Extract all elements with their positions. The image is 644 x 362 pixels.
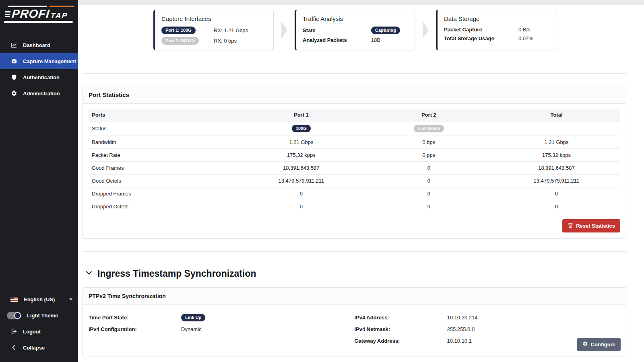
table-row-good-octets: Good Octets 13,479,579,911,211 0 13,479,… bbox=[89, 175, 620, 187]
col-port2: Port 2 bbox=[365, 109, 493, 121]
sidebar-item-label: Administration bbox=[23, 90, 60, 97]
storage-usage-value: 0.07% bbox=[518, 35, 533, 41]
main-content: Capture Interfaces Port 1: 100G RX: 1.21… bbox=[78, 0, 644, 362]
top-strip bbox=[78, 0, 644, 5]
ipv4-address-label: IPv4 Address: bbox=[355, 315, 447, 321]
trash-icon bbox=[568, 222, 573, 229]
card-title: Data Storage bbox=[444, 15, 549, 22]
reset-statistics-label: Reset Statistics bbox=[576, 223, 615, 229]
collapse-button[interactable]: Collapse bbox=[0, 339, 78, 356]
ptpv2-panel: PTPv2 Time Synchronization Time Port Sta… bbox=[83, 287, 626, 356]
ingress-section-header[interactable]: Ingress Timestamp Synchronization bbox=[85, 268, 644, 279]
gear-icon bbox=[582, 341, 588, 348]
table-header-row: Ports Port 1 Port 2 Total bbox=[89, 109, 620, 121]
data-storage-card: Data Storage Packet Capture 0 B/s Total … bbox=[436, 10, 556, 50]
profitap-logo: PROFI TAP bbox=[4, 6, 74, 27]
capture-interfaces-card: Capture Interfaces Port 1: 100G RX: 1.21… bbox=[153, 10, 274, 50]
link-up-badge: Link Up bbox=[181, 314, 205, 321]
ingress-section-title: Ingress Timestamp Synchronization bbox=[97, 268, 256, 279]
gateway-address-label: Gateway Address: bbox=[355, 338, 447, 344]
gear-icon bbox=[10, 90, 17, 97]
summary-cards-row: Capture Interfaces Port 1: 100G RX: 1.21… bbox=[153, 10, 644, 50]
sidebar-item-capture-management[interactable]: Capture Management bbox=[0, 53, 78, 69]
ipv4-netmask-label: IPv4 Netmask: bbox=[355, 326, 447, 332]
port2-rx-value: RX: 0 bps bbox=[214, 38, 237, 44]
port1-status-badge: Port 1: 100G bbox=[161, 27, 196, 34]
ipv4-config-value: Dynamic bbox=[181, 326, 202, 332]
section-divider bbox=[83, 73, 626, 74]
table-row-packet-rate: Packet Rate 175.32 kpps 0 pps 175.32 kpp… bbox=[89, 149, 620, 162]
port1-link-badge: 100G bbox=[292, 125, 311, 132]
theme-toggle[interactable] bbox=[7, 312, 21, 319]
card-title: Traffic Analysis bbox=[303, 15, 408, 22]
logo-text-profi: PROFI bbox=[11, 8, 50, 20]
language-selector[interactable]: English (US) bbox=[0, 291, 78, 307]
sidebar-item-dashboard[interactable]: Dashboard bbox=[0, 37, 78, 53]
arrow-right-icon bbox=[415, 21, 436, 39]
port2-status-badge: Port 2: DOWN bbox=[161, 37, 199, 45]
port-statistics-panel: Port Statistics Ports Port 1 Port 2 Tota… bbox=[83, 86, 626, 239]
col-total: Total bbox=[493, 109, 620, 121]
configure-button[interactable]: Configure bbox=[577, 338, 621, 351]
ipv4-netmask-value: 255.255.0.0 bbox=[447, 326, 475, 332]
storage-usage-label: Total Storage Usage bbox=[444, 35, 518, 41]
collapse-label: Collapse bbox=[23, 345, 45, 351]
capturing-badge: Capturing bbox=[371, 27, 400, 34]
caret-down-icon bbox=[69, 298, 72, 300]
col-port1: Port 1 bbox=[237, 109, 365, 121]
chevron-down-icon bbox=[85, 268, 93, 279]
sidebar-nav: Dashboard Capture Management Authenticat… bbox=[0, 37, 78, 101]
port1-rx-value: RX: 1.21 Gbps bbox=[214, 27, 248, 33]
table-row-status: Status 100G Link Down - bbox=[89, 121, 620, 136]
sidebar-item-label: Capture Management bbox=[23, 58, 76, 64]
sidebar-item-label: Authentication bbox=[23, 74, 60, 80]
analyzed-packets-value: 18B bbox=[371, 37, 380, 43]
col-ports: Ports bbox=[89, 109, 237, 121]
packet-capture-value: 0 B/s bbox=[518, 27, 530, 33]
theme-toggle-row[interactable]: Light Theme bbox=[0, 307, 78, 323]
language-label: English (US) bbox=[24, 296, 55, 302]
sidebar: PROFI TAP Dashboard Capture Management A… bbox=[0, 0, 78, 362]
panel-title: Port Statistics bbox=[83, 86, 626, 104]
table-row-bandwidth: Bandwidth 1.21 Gbps 0 bps 1.21 Gbps bbox=[89, 136, 620, 149]
sidebar-item-label: Dashboard bbox=[23, 42, 50, 48]
port2-link-badge: Link Down bbox=[414, 125, 444, 132]
us-flag-icon bbox=[10, 297, 18, 302]
configure-label: Configure bbox=[591, 341, 615, 348]
table-row-dropped-frames: Dropped Frames 0 0 0 bbox=[89, 187, 620, 200]
gateway-address-value: 10.10.10.1 bbox=[447, 338, 472, 344]
ipv4-config-label: IPv4 Configuration: bbox=[89, 326, 181, 332]
section-divider bbox=[83, 251, 626, 252]
reset-statistics-button[interactable]: Reset Statistics bbox=[562, 219, 620, 232]
card-title: Capture Interfaces bbox=[161, 15, 267, 22]
shield-icon bbox=[10, 74, 17, 81]
chart-line-icon bbox=[10, 42, 17, 49]
table-row-good-frames: Good Frames 18,391,643,587 0 18,391,643,… bbox=[89, 162, 620, 175]
camera-icon bbox=[10, 58, 17, 65]
logout-button[interactable]: Logout bbox=[0, 323, 78, 339]
logout-icon bbox=[10, 328, 17, 335]
traffic-analysis-card: Traffic Analysis State Capturing Analyze… bbox=[295, 10, 415, 50]
sidebar-bottom: English (US) Light Theme Logout Collapse bbox=[0, 291, 78, 356]
logo-bars-icon bbox=[5, 11, 11, 17]
port-statistics-table: Ports Port 1 Port 2 Total Status 100G Li… bbox=[89, 109, 620, 213]
ipv4-address-value: 10.10.20.214 bbox=[447, 315, 478, 321]
logo-text-tap: TAP bbox=[50, 12, 68, 19]
analyzed-packets-label: Analyzed Packets bbox=[303, 37, 371, 43]
state-label: State bbox=[303, 27, 371, 33]
sidebar-item-authentication[interactable]: Authentication bbox=[0, 69, 78, 85]
theme-label: Light Theme bbox=[27, 313, 58, 319]
ptpv2-left-column: Time Port State: Link Up IPv4 Configurat… bbox=[89, 312, 355, 347]
ptpv2-panel-title: PTPv2 Time Synchronization bbox=[83, 288, 626, 305]
time-port-state-label: Time Port State: bbox=[89, 315, 181, 321]
arrow-right-icon bbox=[274, 21, 295, 39]
logout-label: Logout bbox=[23, 329, 41, 335]
table-row-dropped-octets: Dropped Octets 0 0 0 bbox=[89, 200, 620, 213]
packet-capture-label: Packet Capture bbox=[444, 27, 518, 33]
chevron-left-icon bbox=[10, 344, 17, 351]
sidebar-item-administration[interactable]: Administration bbox=[0, 85, 78, 101]
